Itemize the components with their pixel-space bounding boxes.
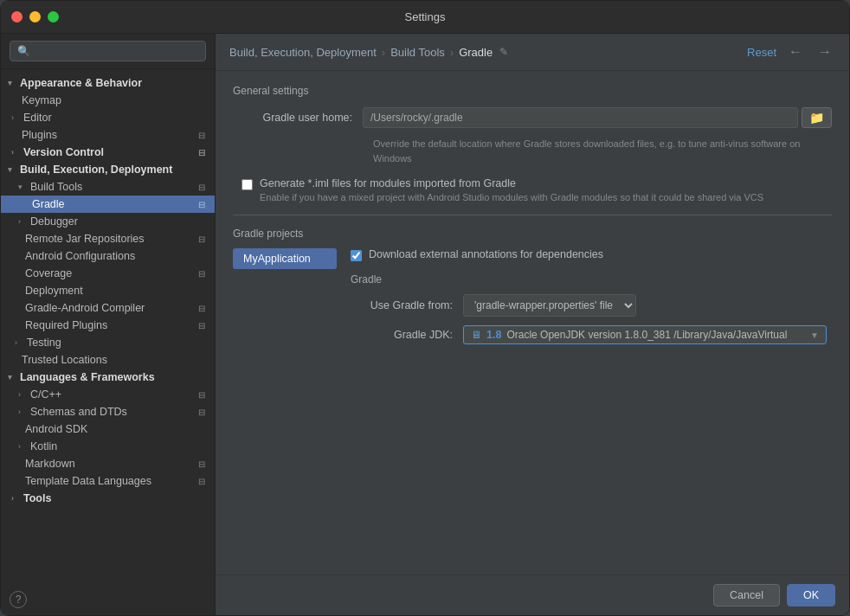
breadcrumb-part-2[interactable]: Build Tools <box>390 46 445 59</box>
gradle-user-home-hint: Override the default location where Grad… <box>373 137 832 165</box>
help-button[interactable]: ? <box>10 591 27 608</box>
arrow-icon: ▾ <box>8 373 16 382</box>
gradle-user-home-row: Gradle user home: 📁 <box>233 107 832 128</box>
module-badge-icon: ⊟ <box>196 458 208 470</box>
module-badge-icon: ⊟ <box>196 267 208 279</box>
sidebar-item-testing[interactable]: › Testing <box>1 334 215 351</box>
sidebar-item-deployment[interactable]: Deployment <box>1 282 215 299</box>
generate-iml-label-block: Generate *.iml files for modules importe… <box>260 177 763 202</box>
arrow-icon: › <box>15 338 23 347</box>
arrow-icon: ▾ <box>8 165 16 174</box>
breadcrumb-part-3: Gradle <box>459 46 493 59</box>
sidebar-item-label: Remote Jar Repositories <box>25 233 145 245</box>
breadcrumb-bar: Build, Execution, Deployment › Build Too… <box>216 34 849 71</box>
search-input[interactable] <box>10 41 206 61</box>
sidebar-item-template-data-languages[interactable]: Template Data Languages ⊟ <box>1 472 215 490</box>
breadcrumb-sep-1: › <box>382 46 385 59</box>
sidebar-item-gradle-android-compiler[interactable]: Gradle-Android Compiler ⊟ <box>1 299 215 317</box>
breadcrumb: Build, Execution, Deployment › Build Too… <box>229 46 510 59</box>
sidebar-item-label: Debugger <box>30 215 78 228</box>
sidebar-item-appearance-behavior[interactable]: ▾ Appearance & Behavior <box>1 74 215 92</box>
download-annotations-checkbox[interactable] <box>351 250 362 261</box>
sidebar-item-gradle[interactable]: Gradle ⊟ <box>1 196 215 213</box>
settings-window: Settings ▾ Appearance & Behavior Keymap <box>0 0 850 616</box>
forward-button[interactable]: → <box>815 42 835 61</box>
sidebar-item-keymap[interactable]: Keymap <box>1 92 215 109</box>
sidebar-item-build-execution-deployment[interactable]: ▾ Build, Execution, Deployment <box>1 161 215 178</box>
sidebar-item-label: Kotlin <box>30 440 57 452</box>
sidebar-item-label: Keymap <box>22 94 61 106</box>
sidebar-item-label: Schemas and DTDs <box>30 406 127 418</box>
arrow-icon: › <box>11 113 20 122</box>
cancel-button[interactable]: Cancel <box>713 584 780 606</box>
sidebar-item-label: Testing <box>27 337 61 349</box>
sidebar-item-label: Gradle <box>32 198 65 210</box>
arrow-icon: ▾ <box>8 79 16 87</box>
module-badge-icon: ⊟ <box>196 233 208 245</box>
window-title: Settings <box>405 10 446 23</box>
gradle-user-home-value: 📁 <box>363 107 832 128</box>
sidebar-item-markdown[interactable]: Markdown ⊟ <box>1 455 215 472</box>
sidebar-item-cpp[interactable]: › C/C++ ⊟ <box>1 386 215 403</box>
sidebar-item-plugins[interactable]: Plugins ⊟ <box>1 126 215 144</box>
sidebar-item-label: Plugins <box>22 129 57 141</box>
sidebar-item-label: Build, Execution, Deployment <box>20 164 172 176</box>
sidebar-item-label: Coverage <box>25 267 72 279</box>
jdk-version: 1.8 <box>486 329 501 341</box>
arrow-icon: ▾ <box>18 183 27 191</box>
sidebar-item-label: Android SDK <box>25 423 87 435</box>
sidebar-item-version-control[interactable]: › Version Control ⊟ <box>1 144 215 161</box>
sidebar-item-schemas-dtds[interactable]: › Schemas and DTDs ⊟ <box>1 403 215 420</box>
ok-button[interactable]: OK <box>787 584 835 606</box>
minimize-button[interactable] <box>29 11 41 22</box>
module-badge-icon: ⊟ <box>196 475 208 487</box>
sidebar-item-label: Trusted Locations <box>22 354 107 366</box>
sidebar-item-editor[interactable]: › Editor <box>1 109 215 126</box>
use-gradle-from-row: Use Gradle from: 'gradle-wrapper.propert… <box>351 294 832 317</box>
maximize-button[interactable] <box>48 11 59 22</box>
sidebar-item-android-configurations[interactable]: Android Configurations <box>1 247 215 265</box>
breadcrumb-sep-2: › <box>450 46 454 59</box>
gradle-projects-section: Gradle projects MyApplication Download e… <box>233 228 832 353</box>
edit-icon[interactable]: ✎ <box>498 46 510 58</box>
sidebar-item-required-plugins[interactable]: Required Plugins ⊟ <box>1 317 215 334</box>
sidebar-item-kotlin[interactable]: › Kotlin <box>1 438 215 455</box>
sidebar-item-android-sdk[interactable]: Android SDK <box>1 420 215 438</box>
module-badge-icon: ⊟ <box>196 319 208 331</box>
sidebar-item-debugger[interactable]: › Debugger <box>1 213 215 230</box>
module-badge-icon: ⊟ <box>196 181 208 193</box>
jdk-icon: 🖥 <box>471 329 481 341</box>
back-button[interactable]: ← <box>785 42 806 61</box>
divider <box>233 215 832 215</box>
sidebar-item-tools[interactable]: › Tools <box>1 490 215 507</box>
bottom-bar: Cancel OK <box>216 574 849 615</box>
main-panel: Build, Execution, Deployment › Build Too… <box>216 34 849 615</box>
gradle-jdk-field[interactable]: 🖥 1.8 Oracle OpenJDK version 1.8.0_381 /… <box>463 325 827 344</box>
sidebar-item-languages-frameworks[interactable]: ▾ Languages & Frameworks <box>1 369 215 386</box>
sidebar-item-coverage[interactable]: Coverage ⊟ <box>1 265 215 282</box>
breadcrumb-actions: Reset ← → <box>747 42 835 61</box>
download-annotations-label: Download external annotations for depend… <box>369 248 603 260</box>
sidebar-item-build-tools[interactable]: ▾ Build Tools ⊟ <box>1 178 215 196</box>
gradle-user-home-input[interactable] <box>363 107 798 128</box>
sidebar-item-label: C/C++ <box>30 388 61 401</box>
sidebar-item-remote-jar-repositories[interactable]: Remote Jar Repositories ⊟ <box>1 230 215 247</box>
sidebar-item-label: Markdown <box>25 458 75 470</box>
arrow-icon: › <box>18 390 27 399</box>
sidebar-item-label: Gradle-Android Compiler <box>25 302 145 314</box>
folder-browse-button[interactable]: 📁 <box>802 107 832 128</box>
reset-button[interactable]: Reset <box>747 46 776 59</box>
close-button[interactable] <box>11 11 23 22</box>
use-gradle-from-select[interactable]: 'gradle-wrapper.properties' file Specifi… <box>463 294 636 317</box>
sidebar-item-label: Deployment <box>25 285 83 297</box>
breadcrumb-part-1[interactable]: Build, Execution, Deployment <box>229 46 377 59</box>
sidebar-list: ▾ Appearance & Behavior Keymap › Editor … <box>1 69 215 584</box>
generate-iml-checkbox[interactable] <box>241 179 253 190</box>
project-list: MyApplication <box>233 248 337 269</box>
project-item-myapplication[interactable]: MyApplication <box>233 248 337 269</box>
sidebar-item-label: Editor <box>23 112 52 124</box>
generate-iml-label: Generate *.iml files for modules importe… <box>260 177 763 189</box>
sidebar-item-trusted-locations[interactable]: Trusted Locations <box>1 351 215 369</box>
gradle-jdk-value: 🖥 1.8 Oracle OpenJDK version 1.8.0_381 /… <box>463 325 832 344</box>
module-badge-icon: ⊟ <box>196 406 208 418</box>
